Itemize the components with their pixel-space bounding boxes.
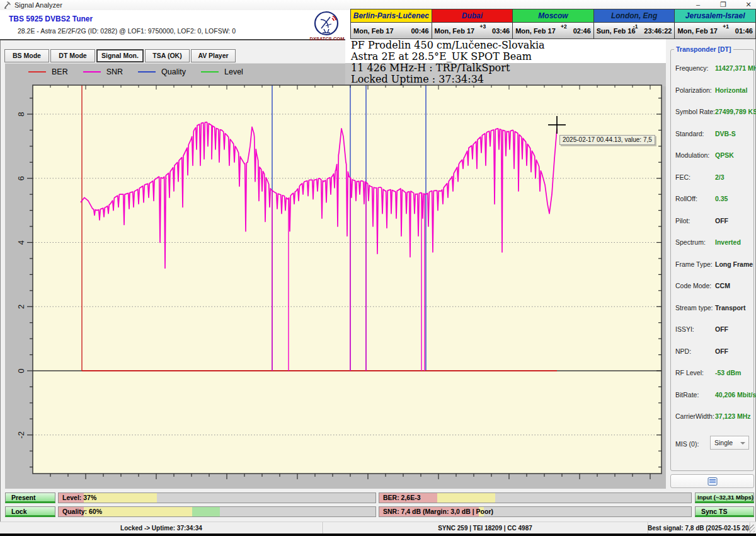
clock-4: London, EngSun, Feb 16-123:46:22 — [594, 9, 675, 38]
tp-label: RF Level: — [675, 369, 704, 376]
tp-value: 0.35 — [715, 195, 728, 202]
tp-value: QPSK — [715, 151, 734, 159]
clock-date-text: Mon, Feb 17 — [515, 27, 556, 35]
transponder-row-rolloff: RollOff:0.35 — [675, 195, 752, 204]
transponder-row-symbolrate: Symbol Rate:27499,789 KS/s — [675, 108, 752, 117]
clock-5: Jerusalem-IsraelMon, Feb 17+101:46 — [675, 9, 755, 38]
clock-city-label: London, Eng — [594, 9, 675, 23]
transponder-row-streamtype: Stream type:Transport — [675, 304, 752, 313]
overlay-line-1: PF Prodelin 450 cm/Lučenec-Slovakia — [351, 40, 545, 51]
clock-date-text: Mon, Feb 17 — [677, 27, 718, 35]
dxsatcs-logo: DXSATCS.COM — [310, 11, 344, 40]
clock-city-label: Jerusalem-Israel — [675, 9, 755, 23]
tp-value: Inverted — [715, 238, 741, 246]
transponder-row-fec: FEC:2/3 — [675, 173, 752, 182]
tp-value: Horizontal — [715, 86, 747, 94]
tp-label: Pilot: — [675, 217, 690, 224]
clock-time-text: 03:46 — [492, 27, 510, 35]
resize-grip[interactable] — [747, 525, 755, 532]
bar-segment — [437, 493, 495, 503]
clock-datetime: Mon, Feb 17+303:46 — [432, 23, 513, 38]
tp-label: ISSYI: — [675, 325, 694, 333]
tp-label: Modulation: — [675, 151, 709, 159]
modem-save-icon — [707, 477, 718, 486]
tab-bs-mode[interactable]: BS Mode — [4, 49, 49, 62]
transponder-row-issyi: ISSYI:OFF — [675, 325, 752, 334]
tp-value: 27499,789 KS/s — [715, 108, 756, 115]
badge-lock: Lock — [5, 506, 55, 517]
overlay-line-3: 11 426 MHz-H : TRP/TalkSport — [351, 62, 545, 74]
transponder-row-standard: Standard:DVB-S — [675, 130, 752, 139]
bar-level: Level: 37% — [58, 492, 376, 503]
transponder-row-frametype: Frame Type:Long Frame — [675, 260, 752, 269]
signal-analyzer-window: Signal Analyzer – ❐ ✕ TBS 5925 DVBS2 Tun… — [0, 0, 756, 536]
chevron-down-icon — [740, 442, 745, 445]
clock-date-text: Mon, Feb 17 — [353, 27, 394, 35]
tab-signal-mon-[interactable]: Signal Mon. — [96, 49, 144, 62]
overlay-line-4: Locked Uptime : 37:34:34 — [351, 74, 545, 85]
tp-value: CCM — [715, 282, 730, 289]
clock-datetime: Mon, Feb 1700:46 — [351, 23, 432, 38]
tab-av-player[interactable]: AV Player — [191, 49, 236, 62]
status-cell-1: Locked -> Uptime: 37:34:34 — [0, 522, 323, 534]
bar-label: Quality: 60% — [62, 508, 102, 515]
tp-value: DVB-S — [715, 130, 736, 137]
tab-dt-mode[interactable]: DT Mode — [50, 49, 95, 62]
tp-value: OFF — [715, 347, 728, 355]
tp-label: Symbol Rate: — [675, 108, 715, 115]
tp-label: RollOff: — [675, 195, 697, 202]
badge-sync-ts: Sync TS — [695, 506, 754, 517]
tp-label: NPD: — [675, 347, 691, 355]
tp-label: Stream type: — [675, 304, 713, 312]
clock-date-text: Mon, Feb 17 — [435, 27, 475, 35]
transponder-row-polarization: Polarization:Horizontal — [675, 86, 752, 95]
mis-dropdown[interactable]: Single — [710, 436, 749, 450]
app-icon — [4, 1, 11, 9]
transponder-row-codemode: Code Mode:CCM — [675, 282, 752, 291]
tp-label: CarrierWidth: — [675, 412, 714, 420]
bar-label: SNR: 7,4 dB (Margin: 3,0 dB | Poor) — [383, 508, 493, 515]
clock-city-label: Berlin-Paris-Lučenec — [351, 9, 432, 23]
bar-ber: BER: 2,6E-3 — [379, 492, 692, 503]
svg-text:8: 8 — [16, 112, 26, 116]
clock-datetime: Sun, Feb 16-123:46:22 — [594, 23, 675, 38]
clock-utc-offset: +1 — [723, 23, 729, 30]
clock-date-text: Sun, Feb 16 — [597, 27, 636, 35]
tp-label: BitRate: — [675, 391, 699, 399]
clock-city-label: Dubai — [432, 9, 513, 23]
device-settings-button[interactable] — [670, 474, 754, 488]
transponder-row-bitrate: BitRate:40,206 Mbit/s — [675, 391, 752, 400]
tp-label: Standard: — [675, 130, 704, 137]
tp-label: Spectrum: — [675, 238, 706, 246]
tp-value: OFF — [715, 325, 728, 333]
bar-quality: Quality: 60% — [58, 506, 376, 517]
transponder-row-spectrum: Spectrum:Inverted — [675, 238, 752, 247]
clock-utc-offset: +2 — [561, 23, 567, 30]
tp-value: Transport — [715, 304, 745, 312]
svg-text:-2: -2 — [16, 431, 26, 439]
logo-text: DXSATCS.COM — [305, 36, 349, 42]
clock-time-text: 00:46 — [411, 27, 428, 35]
clock-time-text: 01:46 — [735, 27, 753, 35]
tp-label: Frame Type: — [675, 260, 713, 268]
clock-1: Berlin-Paris-LučenecMon, Feb 1700:46 — [351, 9, 432, 38]
clock-2: DubaiMon, Feb 17+303:46 — [432, 9, 513, 38]
bar-label: Level: 37% — [62, 494, 96, 501]
clock-datetime: Mon, Feb 17+101:46 — [675, 23, 755, 38]
svg-text:2: 2 — [16, 305, 26, 309]
mis-label: MIS (0): — [675, 440, 699, 448]
clock-time-text: 02:46 — [573, 27, 591, 35]
tp-value: 11427,371 MHz — [715, 64, 756, 72]
status-cell-2: SYNC 259 | TEI 18209 | CC 4987 — [323, 522, 648, 534]
mis-selected-value: Single — [714, 439, 733, 446]
tp-value: 37,123 MHz — [715, 412, 751, 420]
transponder-row-modulation: Modulation:QPSK — [675, 151, 752, 160]
overlay-line-2: Astra 2E at 28.5°E_UK SPOT Beam — [351, 51, 545, 62]
clock-utc-offset: -1 — [633, 23, 638, 30]
transponder-row-rflevel: RF Level:-53 dBm — [675, 369, 752, 378]
world-clocks: Berlin-Paris-LučenecMon, Feb 1700:46Duba… — [350, 9, 756, 39]
tp-label: FEC: — [675, 173, 690, 181]
tab-tsa-ok-[interactable]: TSA (OK) — [145, 49, 190, 62]
transponder-row-npd: NPD:OFF — [675, 347, 752, 356]
signal-plot[interactable]: 86420-2 — [5, 63, 666, 489]
